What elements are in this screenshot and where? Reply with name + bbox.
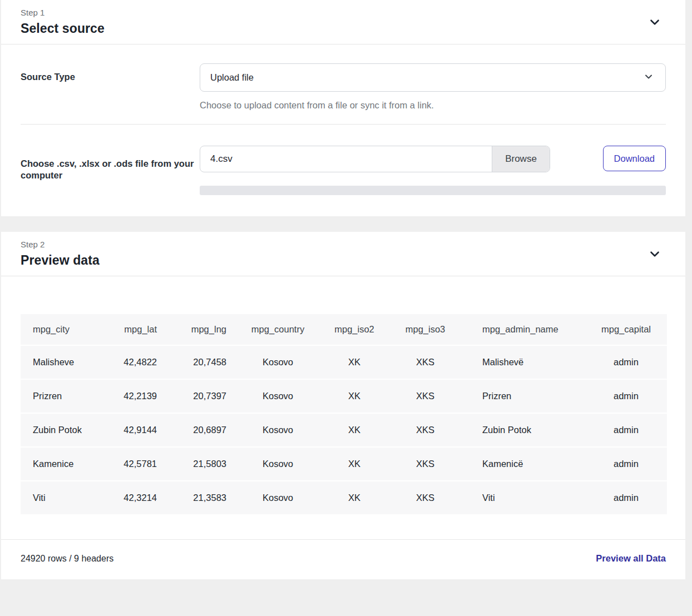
table-cell: admin [585, 447, 667, 481]
table-cell: Viti [466, 481, 585, 514]
table-cell: Kosovo [232, 345, 324, 379]
file-name-input[interactable] [200, 146, 492, 172]
rows-summary: 24920 rows / 9 headers [21, 554, 113, 564]
step1-label: Step 1 [21, 8, 105, 17]
table-cell: Kosovo [232, 379, 324, 413]
table-cell: 20,6897 [162, 413, 232, 447]
table-cell: 42,4822 [104, 345, 162, 379]
table-cell: XKS [385, 481, 466, 514]
table-cell: 42,9144 [104, 413, 162, 447]
select-source-card: Step 1 Select source Source Type Upload … [1, 0, 685, 216]
table-cell: admin [585, 379, 667, 413]
table-cell: admin [585, 413, 667, 447]
table-body: Malisheve42,482220,7458KosovoXKXKSMalish… [21, 345, 667, 514]
table-cell: XKS [385, 345, 466, 379]
table-cell: Prizren [466, 379, 585, 413]
table-cell: 42,3214 [104, 481, 162, 514]
table-cell: Kamenice [21, 447, 104, 481]
table-cell: 20,7397 [162, 379, 232, 413]
field-divider [21, 124, 666, 125]
source-type-value: Upload file [210, 72, 254, 83]
table-cell: Kosovo [232, 481, 324, 514]
table-head: mpg_citympg_latmpg_lngmpg_countrympg_iso… [21, 314, 667, 345]
table-cell: Malishevë [466, 345, 585, 379]
column-header: mpg_iso2 [324, 314, 385, 345]
table-cell: admin [585, 481, 667, 514]
table-cell: Zubin Potok [21, 413, 104, 447]
step2-label: Step 2 [21, 240, 100, 249]
file-choose-label: Choose .csv, .xlsx or .ods file from you… [21, 146, 200, 182]
preview-table: mpg_citympg_latmpg_lngmpg_countrympg_iso… [21, 314, 667, 514]
table-cell: Kosovo [232, 447, 324, 481]
download-button[interactable]: Download [603, 146, 666, 171]
table-row: Zubin Potok42,914420,6897KosovoXKXKSZubi… [21, 413, 667, 447]
step2-title: Preview data [21, 253, 100, 268]
table-row: Malisheve42,482220,7458KosovoXKXKSMalish… [21, 345, 667, 379]
select-source-header: Step 1 Select source [1, 0, 685, 44]
file-choose-row: Choose .csv, .xlsx or .ods file from you… [21, 146, 666, 195]
table-row: Viti42,321421,3583KosovoXKXKSVitiadmin [21, 481, 667, 514]
browse-button[interactable]: Browse [492, 146, 550, 172]
column-header: mpg_iso3 [385, 314, 466, 345]
table-cell: 42,2139 [104, 379, 162, 413]
column-header: mpg_lng [162, 314, 232, 345]
chevron-down-icon [647, 15, 662, 29]
preview-data-body: mpg_citympg_latmpg_lngmpg_countrympg_iso… [1, 276, 685, 514]
table-cell: XK [324, 481, 385, 514]
table-cell: 21,3583 [162, 481, 232, 514]
column-header: mpg_city [21, 314, 104, 345]
table-cell: 20,7458 [162, 345, 232, 379]
table-cell: 42,5781 [104, 447, 162, 481]
column-header: mpg_lat [104, 314, 162, 345]
select-source-body: Source Type Upload file Choose to upload… [1, 44, 685, 216]
source-type-label: Source Type [21, 63, 200, 83]
source-type-help: Choose to upload content from a file or … [200, 100, 666, 111]
preview-data-footer: 24920 rows / 9 headers Preview all Data [1, 539, 685, 579]
table-cell: Kamenicë [466, 447, 585, 481]
source-type-select[interactable]: Upload file [200, 63, 666, 92]
table-cell: XKS [385, 447, 466, 481]
table-cell: admin [585, 345, 667, 379]
file-input-group: Browse [200, 146, 550, 172]
table-cell: Zubin Potok [466, 413, 585, 447]
table-cell: XK [324, 345, 385, 379]
preview-data-card: Step 2 Preview data mpg_citympg_latmpg_l… [1, 232, 685, 579]
card-gap [0, 216, 692, 232]
column-header: mpg_country [232, 314, 324, 345]
table-cell: Prizren [21, 379, 104, 413]
table-cell: XKS [385, 413, 466, 447]
table-cell: Kosovo [232, 413, 324, 447]
source-type-row: Source Type Upload file Choose to upload… [21, 63, 666, 111]
table-header-row: mpg_citympg_latmpg_lngmpg_countrympg_iso… [21, 314, 667, 345]
table-cell: 21,5803 [162, 447, 232, 481]
preview-data-header: Step 2 Preview data [1, 232, 685, 276]
table-cell: XKS [385, 379, 466, 413]
column-header: mpg_admin_name [466, 314, 585, 345]
table-cell: Viti [21, 481, 104, 514]
chevron-down-icon [643, 71, 654, 85]
step1-collapse-button[interactable] [645, 13, 664, 32]
step1-title: Select source [21, 21, 105, 36]
table-cell: XK [324, 413, 385, 447]
table-cell: Malisheve [21, 345, 104, 379]
table-cell: XK [324, 447, 385, 481]
upload-progress-bar [200, 186, 666, 195]
table-cell: XK [324, 379, 385, 413]
table-row: Kamenice42,578121,5803KosovoXKXKSKamenic… [21, 447, 667, 481]
column-header: mpg_capital [585, 314, 667, 345]
table-row: Prizren42,213920,7397KosovoXKXKSPrizrena… [21, 379, 667, 413]
chevron-down-icon [647, 247, 662, 261]
step2-collapse-button[interactable] [645, 245, 664, 264]
preview-all-data-link[interactable]: Preview all Data [596, 553, 666, 564]
